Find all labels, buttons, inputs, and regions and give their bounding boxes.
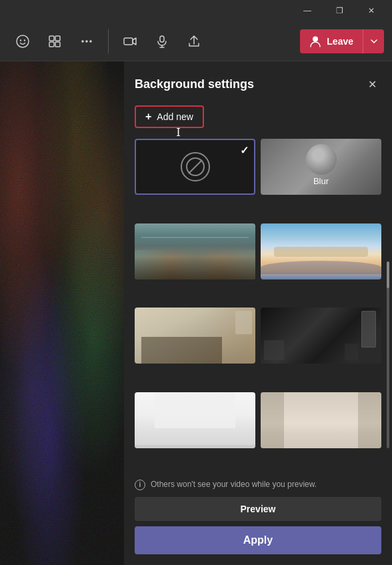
add-new-label: Add new	[157, 111, 193, 122]
blur-avatar	[306, 144, 337, 175]
selected-checkmark: ✓	[240, 144, 249, 157]
svg-rect-11	[160, 36, 164, 42]
cursor-icon: 𝖨	[176, 126, 181, 139]
panel-title: Background settings	[135, 77, 254, 91]
svg-point-1	[20, 39, 21, 41]
video-noise	[0, 61, 124, 565]
background-none[interactable]: ✓	[135, 139, 255, 195]
toolbar: Leave	[0, 21, 392, 61]
more-button[interactable]	[72, 27, 101, 56]
background-grid: ✓ Blur	[135, 139, 381, 471]
camera-button[interactable]	[115, 27, 145, 56]
add-new-button[interactable]: + Add new 𝖨	[135, 105, 204, 128]
svg-point-9	[89, 40, 92, 43]
svg-line-15	[189, 160, 202, 173]
background-hallway[interactable]	[261, 392, 381, 448]
apply-button[interactable]: Apply	[135, 526, 381, 554]
svg-point-7	[81, 40, 84, 43]
close-button[interactable]: ✕	[356, 0, 387, 21]
add-icon: +	[145, 111, 151, 123]
svg-rect-6	[55, 42, 60, 47]
title-bar: — ❐ ✕	[0, 0, 392, 21]
leave-dropdown-arrow[interactable]	[363, 29, 384, 53]
share-button[interactable]	[179, 27, 209, 56]
main-area: Background settings ✕ + Add new 𝖨	[0, 61, 392, 565]
svg-rect-4	[55, 36, 60, 41]
scroll-indicator	[387, 261, 389, 448]
panel-header: Background settings ✕	[135, 75, 381, 93]
preview-button[interactable]: Preview	[135, 497, 381, 521]
svg-point-0	[17, 35, 29, 47]
background-settings-panel: Background settings ✕ + Add new 𝖨	[124, 61, 392, 565]
scroll-thumb	[387, 261, 389, 288]
leave-button[interactable]: Leave	[300, 29, 384, 53]
background-beach[interactable]	[261, 223, 381, 279]
svg-point-8	[85, 40, 88, 43]
background-room1[interactable]	[135, 308, 255, 364]
background-blur[interactable]: Blur	[261, 139, 381, 195]
leave-label: Leave	[300, 29, 363, 53]
svg-rect-5	[49, 42, 54, 47]
info-icon: i	[135, 480, 145, 490]
svg-rect-10	[124, 38, 133, 45]
no-background-icon	[181, 152, 210, 181]
background-whiteroom[interactable]	[135, 392, 255, 448]
toolbar-divider	[108, 29, 109, 53]
maximize-button[interactable]: ❐	[324, 0, 355, 21]
video-panel	[0, 61, 124, 565]
background-darkroom[interactable]	[261, 308, 381, 364]
blur-label: Blur	[313, 176, 329, 186]
minimize-button[interactable]: —	[292, 0, 323, 21]
svg-rect-3	[49, 36, 54, 41]
mic-button[interactable]	[147, 27, 177, 56]
info-text: Others won't see your video while you pr…	[151, 479, 317, 490]
info-row: i Others won't see your video while you …	[135, 479, 381, 490]
reaction-button[interactable]	[8, 27, 37, 56]
svg-point-2	[24, 39, 25, 41]
close-panel-button[interactable]: ✕	[363, 75, 381, 93]
background-office[interactable]	[135, 223, 255, 279]
layout-button[interactable]	[40, 27, 69, 56]
